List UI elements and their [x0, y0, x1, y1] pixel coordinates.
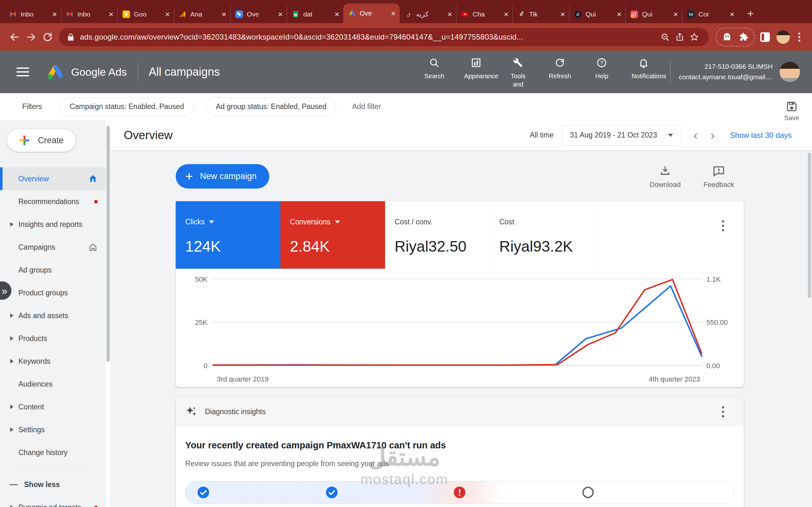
progress-step-done-icon[interactable]	[325, 486, 338, 499]
tab-close-icon[interactable]: ×	[107, 10, 115, 19]
sidebar-item-campaigns[interactable]: Campaigns	[0, 236, 110, 259]
sidebar-item-products[interactable]: Products	[0, 327, 110, 350]
sidebar-item-ad-groups[interactable]: Ad groups	[0, 259, 110, 281]
header-nav-tools-and[interactable]: Tools and	[497, 55, 539, 89]
browser-profile-avatar[interactable]	[776, 31, 790, 44]
expand-arrow-icon[interactable]	[10, 314, 14, 318]
browser-tab[interactable]: TOCor×	[682, 5, 739, 23]
feedback-button[interactable]: Feedback	[692, 165, 746, 189]
expand-arrow-icon[interactable]	[10, 505, 14, 507]
side-panel-icon[interactable]	[757, 29, 773, 45]
date-next-icon[interactable]: ›	[711, 129, 715, 142]
line-chart[interactable]	[212, 279, 702, 365]
diagnostic-menu-icon[interactable]	[720, 406, 726, 417]
browser-tab[interactable]: قكريه×	[400, 5, 456, 23]
browser-tab[interactable]: Goo×	[117, 5, 174, 23]
expand-arrow-icon[interactable]	[10, 405, 14, 409]
browser-tab[interactable]: Ove×	[343, 3, 400, 23]
scorecard-clicks[interactable]: Clicks124K	[176, 201, 281, 269]
new-tab-button[interactable]	[744, 7, 757, 20]
sidebar-item-ads-and-assets[interactable]: Ads and assets	[0, 304, 110, 327]
header-nav-help[interactable]: ?Help	[581, 55, 623, 80]
add-filter-button[interactable]: Add filter	[352, 102, 381, 111]
tab-close-icon[interactable]: ×	[728, 10, 737, 19]
diagnostic-progress-bar[interactable]	[185, 481, 734, 504]
url-bar[interactable]: ads.google.com/aw/overview?ocid=36203148…	[59, 28, 709, 46]
sidebar-item-insights-and-reports[interactable]: Insights and reports	[0, 213, 110, 236]
account-avatar[interactable]	[780, 62, 800, 82]
tab-close-icon[interactable]: ×	[219, 10, 229, 19]
expand-arrow-icon[interactable]	[10, 336, 14, 341]
download-button[interactable]: Download	[638, 165, 692, 189]
browser-tab[interactable]: Ove×	[230, 5, 287, 23]
card-menu-icon[interactable]	[720, 220, 726, 231]
new-campaign-button[interactable]: + New campaign	[176, 164, 269, 188]
browser-tab[interactable]: Tik×	[513, 5, 569, 23]
sidebar-item-overview[interactable]: Overview	[0, 167, 110, 190]
tab-close-icon[interactable]: ×	[163, 10, 172, 19]
progress-step-done-icon[interactable]	[197, 486, 210, 499]
browser-tab[interactable]: Inbo×	[61, 5, 117, 23]
chevron-down-icon[interactable]	[209, 221, 214, 223]
browser-tab[interactable]: Inbo×	[4, 5, 61, 23]
back-icon[interactable]	[6, 29, 23, 45]
sidebar-item-change-history[interactable]: Change history	[0, 441, 110, 464]
sidebar-item-audiences[interactable]: Audiences	[0, 373, 110, 395]
scorecard-cost-conv-[interactable]: Cost / conv.Riyal32.50	[385, 201, 490, 269]
tab-close-icon[interactable]: ×	[445, 10, 454, 19]
sidebar-item-product-groups[interactable]: Product groups	[0, 281, 110, 304]
menu-hamburger-icon[interactable]	[16, 67, 29, 76]
date-prev-icon[interactable]: ‹	[694, 129, 698, 142]
browser-tab[interactable]: Cha×	[456, 5, 513, 23]
tab-close-icon[interactable]: ×	[615, 10, 623, 19]
forward-icon[interactable]	[23, 29, 39, 45]
header-nav-appearance[interactable]: Appearance	[455, 55, 497, 80]
sidebar-item-settings[interactable]: Settings	[0, 418, 110, 441]
tab-close-icon[interactable]: ×	[502, 10, 511, 19]
filter-chip-campaign-status[interactable]: Campaign status: Enabled, Paused	[60, 98, 194, 116]
header-nav-refresh[interactable]: Refresh	[539, 55, 581, 80]
url-text[interactable]: ads.google.com/aw/overview?ocid=36203148…	[80, 33, 658, 42]
browser-menu-icon[interactable]	[793, 33, 806, 42]
reload-icon[interactable]	[39, 29, 56, 45]
page-scrollbar-thumb[interactable]	[808, 153, 811, 298]
filter-chip-adgroup-status[interactable]: Ad group status: Enabled, Paused	[206, 98, 336, 116]
ghost-extension-icon[interactable]	[719, 29, 735, 45]
sidebar-item-content[interactable]: Content	[0, 395, 110, 418]
progress-step-error-icon[interactable]	[453, 486, 466, 499]
expand-arrow-icon[interactable]	[10, 222, 14, 227]
browser-tab[interactable]: Qui×	[569, 5, 625, 23]
share-icon[interactable]	[672, 30, 687, 44]
header-nav-notifications[interactable]: Notifications	[623, 55, 664, 80]
save-button[interactable]: Save	[784, 100, 799, 122]
tab-close-icon[interactable]: ×	[276, 10, 285, 19]
expand-arrow-icon[interactable]	[10, 359, 14, 363]
sidebar-item-dynamic-ad-targets[interactable]: Dynamic ad targets	[0, 496, 110, 507]
sidebar-item-recommendations[interactable]: Recommendations	[0, 190, 110, 213]
scorecard-conversions[interactable]: Conversions2.84K	[281, 201, 385, 269]
sidebar-scrollbar-thumb[interactable]	[107, 126, 110, 362]
chevron-down-icon[interactable]	[335, 221, 340, 223]
browser-tab[interactable]: Ana×	[174, 5, 230, 23]
expand-arrow-icon[interactable]	[10, 428, 14, 432]
tab-close-icon[interactable]: ×	[671, 10, 680, 19]
progress-step-pending-icon[interactable]	[582, 486, 595, 499]
tab-close-icon[interactable]: ×	[558, 10, 567, 19]
date-range-picker[interactable]: 31 Aug 2019 - 21 Oct 2023	[562, 125, 681, 146]
extensions-puzzle-icon[interactable]	[735, 29, 752, 45]
bookmark-star-icon[interactable]	[687, 30, 702, 44]
browser-tab[interactable]: Qui×	[625, 5, 682, 23]
scorecard-cost[interactable]: CostRiyal93.2K	[490, 201, 595, 269]
zoom-out-icon[interactable]	[658, 30, 672, 44]
create-button[interactable]: Create	[7, 129, 75, 152]
tab-close-icon[interactable]: ×	[333, 10, 341, 19]
header-nav-search[interactable]: Search	[413, 55, 455, 80]
sidebar-item-keywords[interactable]: Keywords	[0, 350, 110, 373]
browser-tab[interactable]: dat×	[287, 5, 343, 23]
tab-close-icon[interactable]: ×	[50, 10, 59, 19]
tab-close-icon[interactable]: ×	[389, 9, 398, 18]
sidebar-scrollbar[interactable]	[106, 120, 110, 507]
sidebar-item-show-less[interactable]: Show less	[0, 473, 110, 496]
account-info[interactable]: 217-510-0366 SLIMSH contact.aymane.touaf…	[679, 61, 773, 82]
show-last-30-days-link[interactable]: Show last 30 days	[730, 131, 792, 140]
